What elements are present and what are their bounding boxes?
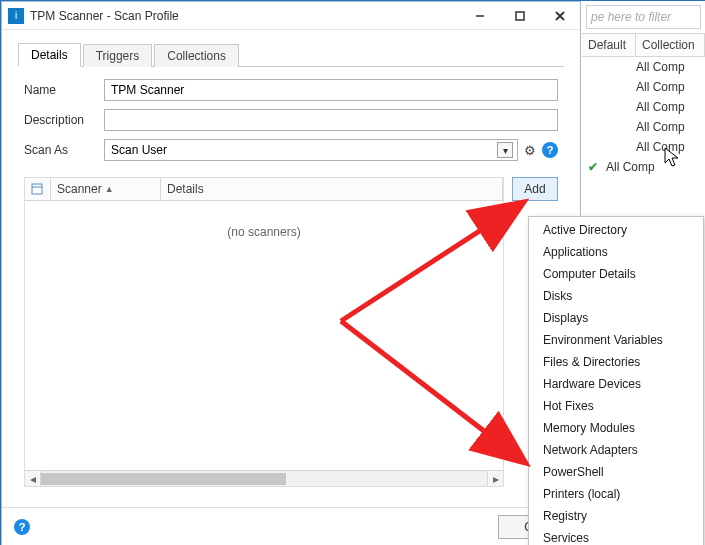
menu-item[interactable]: PowerShell: [529, 461, 703, 483]
name-input[interactable]: [104, 79, 558, 101]
menu-item[interactable]: Applications: [529, 241, 703, 263]
table-row[interactable]: All Comp: [582, 117, 705, 137]
app-icon: i: [8, 8, 24, 24]
filter-placeholder: pe here to filter: [591, 10, 671, 24]
table-row[interactable]: ✔All Comp: [582, 157, 705, 177]
menu-item[interactable]: Registry: [529, 505, 703, 527]
maximize-button[interactable]: [500, 2, 540, 30]
label-scanas: Scan As: [24, 143, 104, 157]
menu-item[interactable]: Memory Modules: [529, 417, 703, 439]
scroll-right-icon[interactable]: ▸: [487, 471, 503, 486]
grid-header: Scanner ▲ Details: [25, 178, 503, 201]
maximize-icon: [515, 11, 525, 21]
grid-icon: [31, 183, 43, 195]
tab-triggers[interactable]: Triggers: [83, 44, 153, 67]
check-icon: ✔: [588, 160, 598, 174]
menu-item[interactable]: Computer Details: [529, 263, 703, 285]
row-description: Description: [24, 109, 558, 131]
scanner-grid: Scanner ▲ Details (no scanners) ◂ ▸: [24, 177, 504, 487]
bg-column-headers: Default Collection: [582, 33, 705, 57]
tab-strip: Details Triggers Collections: [18, 42, 564, 67]
chevron-down-icon: ▾: [497, 142, 513, 158]
svg-rect-1: [516, 12, 524, 20]
add-dropdown: Active Directory Applications Computer D…: [528, 216, 704, 545]
minimize-icon: [475, 11, 485, 21]
scanas-select[interactable]: Scan User ▾: [104, 139, 518, 161]
row-scanas: Scan As Scan User ▾ ⚙ ?: [24, 139, 558, 161]
minimize-button[interactable]: [460, 2, 500, 30]
menu-item[interactable]: Hardware Devices: [529, 373, 703, 395]
close-button[interactable]: [540, 2, 580, 30]
svg-rect-4: [32, 184, 42, 194]
bottom-bar: ? OK: [2, 507, 580, 545]
grid-body: (no scanners): [25, 201, 503, 470]
table-row[interactable]: All Comp: [582, 137, 705, 157]
tab-collections[interactable]: Collections: [154, 44, 239, 67]
h-scrollbar[interactable]: ◂ ▸: [25, 470, 503, 486]
description-input[interactable]: [104, 109, 558, 131]
menu-item[interactable]: Network Adapters: [529, 439, 703, 461]
col-details[interactable]: Details: [161, 178, 503, 200]
label-name: Name: [24, 83, 104, 97]
label-description: Description: [24, 113, 104, 127]
menu-item[interactable]: Hot Fixes: [529, 395, 703, 417]
scroll-track[interactable]: [41, 471, 487, 486]
menu-item[interactable]: Active Directory: [529, 219, 703, 241]
menu-item[interactable]: Files & Directories: [529, 351, 703, 373]
menu-item[interactable]: Disks: [529, 285, 703, 307]
dialog-body: Details Triggers Collections Name Descri…: [2, 30, 580, 495]
window-title: TPM Scanner - Scan Profile: [30, 9, 460, 23]
filter-input[interactable]: pe here to filter: [586, 5, 701, 29]
menu-item[interactable]: Environment Variables: [529, 329, 703, 351]
gear-icon[interactable]: ⚙: [522, 142, 538, 158]
tab-content: Name Description Scan As Scan User ▾ ⚙: [18, 67, 564, 487]
close-icon: [555, 11, 565, 21]
tab-details[interactable]: Details: [18, 43, 81, 67]
table-row[interactable]: All Comp: [582, 77, 705, 97]
menu-item[interactable]: Printers (local): [529, 483, 703, 505]
bg-rows: All Comp All Comp All Comp All Comp All …: [582, 57, 705, 177]
add-button[interactable]: Add: [512, 177, 558, 201]
table-row[interactable]: All Comp: [582, 97, 705, 117]
scroll-left-icon[interactable]: ◂: [25, 471, 41, 486]
scan-profile-dialog: i TPM Scanner - Scan Profile Details Tri…: [1, 1, 581, 545]
menu-item[interactable]: Displays: [529, 307, 703, 329]
table-row[interactable]: All Comp: [582, 57, 705, 77]
help-icon[interactable]: ?: [14, 519, 30, 535]
help-icon[interactable]: ?: [542, 142, 558, 158]
col-collection[interactable]: Collection: [636, 34, 705, 56]
col-default[interactable]: Default: [582, 34, 636, 56]
row-name: Name: [24, 79, 558, 101]
empty-text: (no scanners): [25, 225, 503, 239]
app-window: pe here to filter Default Collection All…: [0, 0, 705, 545]
scanner-block: Scanner ▲ Details (no scanners) ◂ ▸: [24, 177, 558, 487]
sort-asc-icon: ▲: [105, 184, 114, 194]
title-bar[interactable]: i TPM Scanner - Scan Profile: [2, 2, 580, 30]
scroll-thumb[interactable]: [41, 473, 286, 485]
menu-item[interactable]: Services: [529, 527, 703, 545]
scanas-value: Scan User: [111, 143, 167, 157]
row-selector-head[interactable]: [25, 178, 51, 200]
col-scanner[interactable]: Scanner ▲: [51, 178, 161, 200]
